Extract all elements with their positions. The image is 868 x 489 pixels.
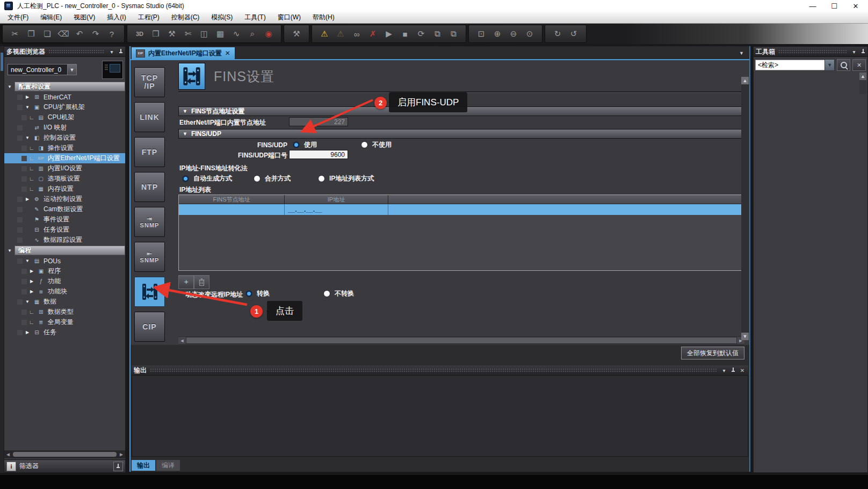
- output-console[interactable]: [132, 375, 748, 457]
- menu-insert[interactable]: 插入(I): [107, 13, 126, 22]
- check-all-programs-icon[interactable]: ⚠: [334, 27, 348, 40]
- delete-icon[interactable]: ⌫: [56, 27, 70, 40]
- menu-view[interactable]: 视图(V): [74, 13, 95, 22]
- watch-table-icon[interactable]: ▦: [213, 27, 227, 40]
- tab-close-icon[interactable]: ✕: [225, 49, 230, 57]
- tree-item-functions[interactable]: ƒ功能: [4, 276, 125, 286]
- document-vertical-scrollbar[interactable]: ▲ ▼: [741, 77, 749, 340]
- nav-snmp-trap-button[interactable]: ⇤SNMP: [134, 242, 165, 272]
- ip-address-table[interactable]: FINS节点地址 IP地址 __.__.__.__: [178, 195, 744, 271]
- watch-window-icon[interactable]: ◫: [197, 27, 211, 40]
- tree-item-global-variables[interactable]: ≣全局变量: [4, 317, 125, 327]
- radio-auto[interactable]: [182, 175, 189, 182]
- search-icon[interactable]: ⌕: [245, 27, 259, 40]
- data-trace-icon[interactable]: ∿: [229, 27, 243, 40]
- nav-ftp-button[interactable]: FTP: [134, 137, 165, 167]
- close-button[interactable]: ✕: [852, 2, 859, 10]
- radio-iplist[interactable]: [318, 175, 325, 182]
- tree-item-data-types[interactable]: ⊞数据类型: [4, 307, 125, 317]
- scroll-left-icon[interactable]: ◄: [4, 451, 12, 457]
- paste-icon[interactable]: ❏: [40, 27, 54, 40]
- nav-tcp-ip-button[interactable]: TCP/IP: [134, 67, 165, 97]
- close-icon[interactable]: ✕: [739, 368, 746, 373]
- copy-icon[interactable]: ❐: [24, 27, 38, 40]
- scrollbar-thumb[interactable]: [13, 452, 117, 457]
- nav-ntp-button[interactable]: NTP: [134, 172, 165, 202]
- menu-simulation[interactable]: 模拟(S): [211, 13, 233, 22]
- tree-item-ethercat[interactable]: ⊞EtherCAT: [4, 92, 125, 102]
- pin-icon[interactable]: [861, 49, 865, 54]
- expand-arrow-icon[interactable]: [25, 95, 30, 99]
- redo-icon[interactable]: ↷: [89, 27, 103, 40]
- controller-select-arrow-icon[interactable]: ▼: [68, 64, 77, 75]
- radio-convert[interactable]: [245, 290, 252, 297]
- toolbox-scrollbar[interactable]: ▲: [859, 73, 866, 94]
- tree-item-memory-settings[interactable]: ▦内存设置: [4, 184, 125, 194]
- ip-list-option[interactable]: IP地址列表方式: [318, 174, 374, 183]
- search-button[interactable]: [837, 59, 850, 71]
- radio-merge[interactable]: [254, 175, 261, 182]
- tree-item-function-blocks[interactable]: ⧈功能块: [4, 286, 125, 297]
- tree-item-operation-settings[interactable]: ◨操作设置: [4, 143, 125, 153]
- scroll-down-icon[interactable]: ▼: [741, 333, 749, 340]
- nav-link-button[interactable]: LINK: [134, 102, 165, 132]
- tab-list-arrow-icon[interactable]: ▼: [739, 51, 744, 56]
- tree-section-config[interactable]: 配置和设置: [4, 82, 125, 91]
- transfer-from-controller-icon[interactable]: ⧉: [446, 27, 460, 40]
- collapsed-panel-marker[interactable]: [1, 53, 3, 71]
- cut-icon[interactable]: ✂: [8, 27, 22, 40]
- section-fins-node-address[interactable]: ▼ FINS节点地址设置: [178, 106, 744, 116]
- scrollbar-thumb[interactable]: [186, 337, 736, 343]
- nav-snmp-button[interactable]: ⇥SNMP: [134, 207, 165, 237]
- monitor-icon[interactable]: ∞: [350, 27, 364, 40]
- go-offline-icon[interactable]: ✗: [366, 27, 380, 40]
- scroll-up-icon[interactable]: ▲: [859, 73, 866, 80]
- zoom-out-icon[interactable]: ⊖: [507, 27, 520, 40]
- radio-nouse[interactable]: [361, 141, 368, 148]
- tree-item-io-map[interactable]: ⇄I/O 映射: [4, 123, 125, 133]
- add-row-button[interactable]: ＋: [178, 275, 194, 289]
- document-horizontal-scrollbar[interactable]: ◄ ►: [178, 336, 744, 344]
- pin-icon[interactable]: [119, 49, 123, 54]
- radio-use[interactable]: [293, 141, 300, 148]
- zoom-100-icon[interactable]: ⊙: [523, 27, 537, 40]
- tree-item-cpu-rack[interactable]: ▤CPU机架: [4, 112, 125, 123]
- tree-item-tasks[interactable]: ⊟任务: [4, 327, 125, 337]
- cross-reference-icon[interactable]: ✄: [181, 27, 195, 40]
- delete-row-button[interactable]: [194, 275, 209, 289]
- merge-option[interactable]: 合并方式: [254, 174, 291, 183]
- scroll-left-icon[interactable]: ◄: [178, 337, 186, 344]
- expand-arrow-icon[interactable]: [25, 197, 30, 202]
- udp-port-field[interactable]: 9600: [289, 150, 348, 159]
- undo-icon[interactable]: ↶: [73, 27, 86, 40]
- maximize-button[interactable]: ☐: [830, 2, 838, 10]
- expand-arrow-icon[interactable]: [25, 330, 30, 335]
- menu-controller[interactable]: 控制器(C): [171, 13, 200, 22]
- tree-section-programming[interactable]: 编程: [4, 246, 125, 255]
- controller-select[interactable]: new_Controller_0: [8, 64, 68, 75]
- pin-icon[interactable]: [731, 368, 735, 373]
- tab-builtin-ethernet-ip-port-settings[interactable]: EIP 内置EtherNet/IP端口设置 ✕: [132, 47, 235, 59]
- tab-output[interactable]: 输出: [132, 460, 155, 471]
- expand-arrow-icon[interactable]: [29, 269, 34, 274]
- menu-project[interactable]: 工程(P): [138, 13, 160, 22]
- build-icon[interactable]: ⚒: [165, 27, 179, 40]
- tree-item-pous[interactable]: ▤POUs: [4, 256, 125, 266]
- abort-icon[interactable]: ◉: [262, 27, 276, 40]
- tree-item-data-trace-settings[interactable]: ∿数据跟踪设置: [4, 235, 125, 245]
- scroll-right-icon[interactable]: ►: [118, 451, 125, 457]
- restore-defaults-button[interactable]: 全部恢复到默认值: [681, 347, 744, 359]
- expand-arrow-icon[interactable]: [29, 289, 34, 294]
- tree-item-builtin-ethernet-ip-port-settings[interactable]: EIP内置EtherNet/IP端口设置: [4, 153, 125, 163]
- filter-bar[interactable]: i 筛选器: [4, 459, 125, 472]
- table-row-selected[interactable]: __.__.__.__: [179, 204, 744, 215]
- menu-window[interactable]: 窗口(W): [278, 13, 301, 22]
- chevron-down-icon[interactable]: ▾: [720, 368, 728, 373]
- convert-option[interactable]: 转换: [245, 289, 270, 298]
- collapse-arrow-icon[interactable]: [7, 248, 12, 253]
- fins-udp-nouse-option[interactable]: 不使用: [361, 140, 392, 149]
- tree-item-option-board-settings[interactable]: ▢选项板设置: [4, 174, 125, 184]
- tree-item-event-settings[interactable]: ⚑事件设置: [4, 214, 125, 225]
- tree-item-cpu-expansion-rack[interactable]: ▣CPU/扩展机架: [4, 102, 125, 112]
- edit-mode-icon[interactable]: ⚒: [290, 27, 303, 40]
